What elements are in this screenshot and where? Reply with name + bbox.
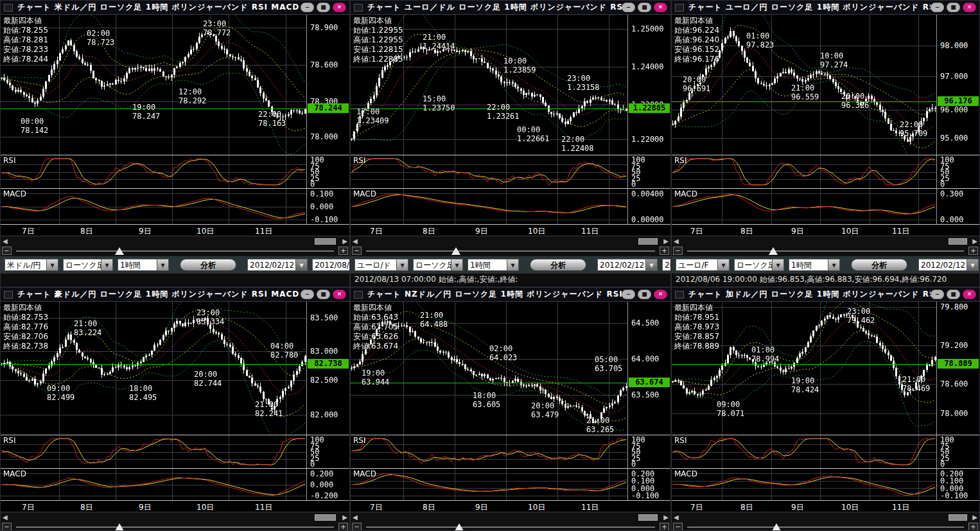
minimize-button[interactable]: − [622,3,635,12]
zoom-in-button[interactable]: + [338,247,348,255]
maximize-button[interactable]: ■ [317,3,330,12]
maximize-button[interactable]: ■ [947,3,960,12]
window-titlebar[interactable]: チャート ユーロ／ドル ローソク足 1時間 ボリンジャーバンド RSI MACD… [351,1,670,15]
scroll-left-icon[interactable]: ◀ [674,514,679,521]
scroll-left-icon[interactable]: ◀ [3,514,8,521]
rsi-pane-canvas[interactable] [672,155,937,188]
zoom-slider-track[interactable] [687,250,964,252]
chevron-down-icon[interactable]: ▼ [646,259,658,271]
date-from-select[interactable]: 2012/02/12▼ [597,259,658,271]
chevron-down-icon[interactable]: ▼ [296,259,308,271]
zoom-in-button[interactable]: + [968,247,978,255]
date-from-select[interactable]: 2012/02/12▼ [918,259,979,271]
window-titlebar[interactable]: チャート 米ドル／円 ローソク足 1時間 ボリンジャーバンド RSI MACD … [1,1,349,15]
zoom-slider-track[interactable] [16,250,334,252]
pair-select[interactable]: ユーロ/ド▼ [354,259,408,271]
time-scrollbar[interactable]: ◀▶ [351,512,670,523]
zoom-out-button[interactable]: − [673,247,683,255]
close-button[interactable]: ✕ [654,290,667,299]
chart-type-select-value[interactable]: ローソク足 [734,259,773,271]
time-scrollbar[interactable]: ◀▶ [351,236,670,247]
analyze-button[interactable]: 分析 [530,259,586,271]
macd-pane-canvas[interactable] [672,469,937,500]
chevron-down-icon[interactable]: ▼ [101,259,113,271]
zoom-out-button[interactable]: − [352,523,362,531]
zoom-slider-thumb[interactable] [769,247,778,255]
chevron-down-icon[interactable]: ▼ [718,259,730,271]
date-to-select-value[interactable]: 2012/08/12 [662,259,671,271]
zoom-slider-thumb[interactable] [115,523,124,531]
scroll-right-icon[interactable]: ▶ [663,514,669,521]
macd-pane-canvas[interactable] [1,189,307,224]
rsi-pane-canvas[interactable] [351,155,628,188]
date-to-select[interactable]: 2012/08/12▼ [662,259,671,271]
pair-select[interactable]: 米ドル/円▼ [4,259,58,271]
interval-select-value[interactable]: 1時間 [118,259,157,271]
scrollbar-thumb[interactable] [638,238,658,245]
maximize-button[interactable]: ■ [317,290,330,299]
zoom-slider-track[interactable] [366,250,655,252]
interval-select-value[interactable]: 1時間 [468,259,507,271]
date-from-select-value[interactable]: 2012/02/12 [918,259,967,271]
zoom-out-button[interactable]: − [673,523,683,531]
close-button[interactable]: ✕ [654,3,667,12]
minimize-button[interactable]: − [301,3,314,12]
maximize-button[interactable]: ■ [947,290,960,299]
zoom-in-button[interactable]: + [660,523,669,531]
scroll-left-icon[interactable]: ◀ [3,238,8,245]
window-titlebar[interactable]: チャート 加ドル／円 ローソク足 1時間 ボリンジャーバンド RSI MACD … [672,288,979,302]
analyze-button[interactable]: 分析 [851,259,907,271]
close-button[interactable]: ✕ [963,3,976,12]
window-titlebar[interactable]: チャート 豪ドル／円 ローソク足 1時間 ボリンジャーバンド RSI MACD … [1,288,349,302]
scroll-left-icon[interactable]: ◀ [674,238,679,245]
chevron-down-icon[interactable]: ▼ [967,259,979,271]
chart-type-select-value[interactable]: ローソク足 [63,259,101,271]
interval-select[interactable]: 1時間▼ [468,259,519,271]
rsi-pane-canvas[interactable] [351,435,628,468]
time-scrollbar[interactable]: ◀▶ [1,236,349,247]
scroll-left-icon[interactable]: ◀ [353,514,358,521]
zoom-slider-track[interactable] [366,527,655,528]
scroll-left-icon[interactable]: ◀ [353,238,358,245]
close-button[interactable]: ✕ [333,290,346,299]
zoom-slider[interactable]: −+ [1,522,349,531]
minimize-button[interactable]: − [931,290,944,299]
date-from-select-value[interactable]: 2012/02/12 [247,259,296,271]
chart-type-select[interactable]: ローソク足▼ [63,259,113,271]
macd-pane-canvas[interactable] [1,469,307,500]
chevron-down-icon[interactable]: ▼ [828,259,840,271]
zoom-slider[interactable]: −+ [351,522,670,531]
time-scrollbar[interactable]: ◀▶ [672,236,979,247]
scroll-right-icon[interactable]: ▶ [972,238,977,245]
pair-select-value[interactable]: 米ドル/円 [4,259,47,271]
zoom-slider-thumb[interactable] [455,523,464,531]
scrollbar-thumb[interactable] [315,514,336,521]
macd-pane-canvas[interactable] [351,469,628,500]
minimize-button[interactable]: − [301,290,314,299]
zoom-out-button[interactable]: − [352,247,362,255]
date-to-select-value[interactable]: 2012/08/12 [312,259,350,271]
date-to-select[interactable]: 2012/08/12▼ [312,259,350,271]
minimize-button[interactable]: − [931,3,944,12]
scroll-right-icon[interactable]: ▶ [342,238,347,245]
chevron-down-icon[interactable]: ▼ [451,259,463,271]
zoom-slider-thumb[interactable] [115,247,124,255]
scrollbar-thumb[interactable] [949,514,967,521]
macd-pane-canvas[interactable] [672,189,937,224]
chart-type-select[interactable]: ローソク足▼ [734,259,784,271]
zoom-slider[interactable]: −+ [672,522,979,531]
date-from-select-value[interactable]: 2012/02/12 [597,259,646,271]
zoom-slider-track[interactable] [16,527,334,528]
chevron-down-icon[interactable]: ▼ [507,259,519,271]
scrollbar-thumb[interactable] [949,238,967,245]
interval-select[interactable]: 1時間▼ [118,259,169,271]
close-button[interactable]: ✕ [333,3,346,12]
zoom-slider[interactable]: −+ [351,246,670,256]
scrollbar-thumb[interactable] [638,514,658,521]
interval-select-value[interactable]: 1時間 [789,259,828,271]
zoom-slider[interactable]: −+ [1,246,349,256]
zoom-slider-thumb[interactable] [451,247,460,255]
time-scrollbar[interactable]: ◀▶ [672,512,979,523]
chevron-down-icon[interactable]: ▼ [47,259,58,271]
date-from-select[interactable]: 2012/02/12▼ [247,259,308,271]
